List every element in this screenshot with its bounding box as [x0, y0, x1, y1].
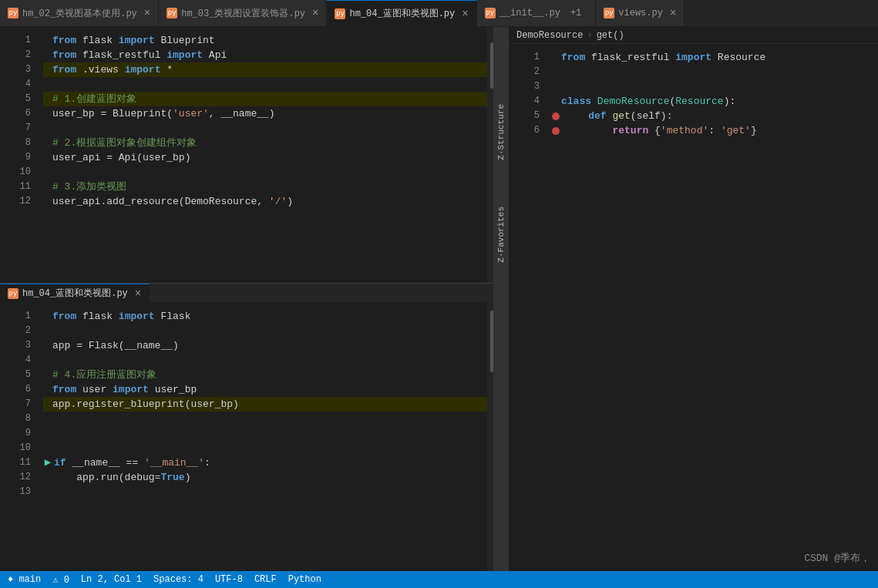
ln-4: 4 [0, 77, 31, 92]
rstr-6a: 'method' [661, 123, 708, 138]
code-editor-top[interactable]: 1 2 3 4 5 6 7 8 9 10 11 12 [0, 27, 493, 284]
bkw-import-6: import [113, 382, 149, 397]
tab-label-hm02: hm_02_类视图基本使用.py [22, 7, 137, 20]
breadcrumb-sep: › [587, 30, 592, 41]
tab-label-hm04: hm_04_蓝图和类视图.py [349, 7, 455, 20]
right-code-area[interactable]: 1 2 3 4 5 6 from flask_restful import Re… [509, 44, 878, 588]
ln-5: 5 [0, 92, 31, 106]
rplain-1a: flask_restful [585, 50, 675, 65]
code-editor-bottom[interactable]: 1 2 3 4 5 6 7 8 9 10 11 12 13 [0, 303, 493, 588]
tab-label-hm03: hm_03_类视图设置装饰器.py [181, 7, 305, 20]
scrollbar-thumb-top[interactable] [490, 42, 493, 89]
breakpoint-5 [552, 113, 560, 120]
scrollbar-bottom[interactable] [487, 303, 493, 588]
plain-12b: ) [287, 194, 293, 209]
bln-8: 8 [0, 412, 31, 426]
close-tab-views[interactable]: × [670, 7, 676, 19]
bcode-line-3: app = Flask(__name__) [43, 338, 487, 353]
ln-3: 3 [0, 62, 31, 77]
code-content-bottom[interactable]: from flask import Flask app = Flask(__na… [37, 303, 487, 588]
bottom-file-tab: py hm_04_蓝图和类视图.py × [0, 284, 493, 303]
bcode-line-1: from flask import Flask [43, 309, 487, 324]
ln-7: 7 [0, 121, 31, 136]
sidebar-label-favorites[interactable]: Z·Favorites [496, 207, 506, 263]
line-numbers-bottom: 1 2 3 4 5 6 7 8 9 10 11 12 13 [0, 303, 37, 588]
rkw-return: return [612, 123, 648, 138]
ln-10: 10 [0, 165, 31, 180]
plain-6a: user_bp = Blueprint( [52, 106, 173, 121]
rcode-line-4: class DemoResource ( Resource ): [552, 94, 878, 109]
bln-1: 1 [0, 309, 31, 324]
code-line-10 [43, 165, 487, 180]
code-line-7 [43, 121, 487, 136]
bcode-line-10 [43, 441, 487, 455]
plain-2b: Api [203, 48, 227, 62]
status-spaces: Spaces: 4 [153, 574, 204, 585]
tab-hm02[interactable]: py hm_02_类视图基本使用.py × [0, 0, 159, 26]
code-line-3: from .views import * [43, 62, 487, 77]
bcode-line-5: # 4.应用注册蓝图对象 [43, 368, 487, 382]
status-errors: ⚠ 0 [52, 574, 69, 586]
str-6: 'user' [173, 106, 209, 121]
code-line-9: user_api = Api(user_bp) [43, 150, 487, 165]
close-tab-hm02[interactable]: × [144, 7, 150, 19]
rplain-5b [607, 109, 613, 123]
bln-3: 3 [0, 338, 31, 353]
bstr-11: '__main__' [144, 455, 204, 470]
rcode-line-2 [552, 65, 878, 79]
code-content-right[interactable]: from flask_restful import Resource class [546, 44, 878, 588]
kw-import-2: import [167, 48, 203, 62]
rplain-4a [591, 94, 597, 109]
code-line-1: from flask import Blueprint [43, 33, 487, 48]
scrollbar-thumb-bottom[interactable] [490, 311, 493, 372]
kw-import-1: import [119, 33, 155, 48]
tab-icon-hm02: py [8, 8, 19, 18]
rln-6: 6 [509, 123, 540, 138]
rcls-4: DemoResource [597, 94, 670, 109]
close-tab-hm03[interactable]: × [312, 7, 318, 19]
comment-8: # 2.根据蓝图对象创建组件对象 [52, 136, 197, 150]
tab-bar: py hm_02_类视图基本使用.py × py hm_03_类视图设置装饰器.… [0, 0, 878, 27]
bcode-line-7: app.register_blueprint(user_bp) [43, 397, 487, 412]
plain-9: user_api = Api(user_bp) [52, 150, 190, 165]
tab-hm04[interactable]: py hm_04_蓝图和类视图.py × [327, 0, 476, 26]
bplain-3: app = Flask(__name__) [52, 338, 179, 353]
tab-views[interactable]: py views.py × [596, 0, 685, 26]
kw-from-3: from [52, 62, 76, 77]
tab-label-bottom-hm04: hm_04_蓝图和类视图.py [22, 287, 128, 300]
kw-from-1: from [52, 33, 76, 48]
tab-init[interactable]: py __init__.py +1 [477, 0, 597, 26]
rcode-line-5: def get (self): [552, 109, 878, 123]
bplain-12: app.run(debug= [52, 470, 160, 485]
rkw-def: def [588, 109, 606, 123]
bcode-line-4 [43, 353, 487, 368]
bplain-6a: user [76, 382, 113, 397]
close-tab-hm04[interactable]: × [462, 8, 468, 20]
scrollbar-top[interactable] [487, 27, 493, 283]
plain-6b: , __name__) [209, 106, 275, 121]
plain-3a: .views [76, 62, 124, 77]
code-line-2: from flask_restful import Api [43, 48, 487, 62]
bkw-from-1: from [52, 309, 76, 324]
plain-12: user_api.add_resource(DemoResource, [52, 194, 269, 209]
status-git: ♦ main [8, 574, 41, 585]
close-bottom-tab[interactable]: × [135, 287, 141, 300]
code-content-top[interactable]: from flask import Blueprint from flask_r… [37, 27, 487, 283]
status-encoding: UTF-8 [215, 574, 243, 585]
tab-bottom-hm04[interactable]: py hm_04_蓝图和类视图.py × [0, 284, 150, 302]
tab-icon-hm03: py [167, 8, 177, 18]
tab-icon-init: py [485, 8, 496, 18]
ln-6: 6 [0, 106, 31, 121]
status-bar: ♦ main ⚠ 0 Ln 2, Col 1 Spaces: 4 UTF-8 C… [0, 571, 878, 588]
rln-4: 4 [509, 94, 540, 109]
code-line-5: # 1.创建蓝图对象 [43, 92, 487, 106]
sidebar-label-structure[interactable]: Z·Structure [496, 104, 506, 160]
rplain-4c: ): [724, 94, 736, 109]
tab-hm03[interactable]: py hm_03_类视图设置装饰器.py × [159, 0, 327, 26]
bcode-line-12: app.run(debug= True ) [43, 470, 487, 485]
bln-2: 2 [0, 324, 31, 338]
bln-13: 13 [0, 485, 31, 499]
rplain-4b: ( [669, 94, 675, 109]
rcode-line-6: return { 'method' : 'get' } [552, 123, 878, 138]
rln-2: 2 [509, 65, 540, 79]
